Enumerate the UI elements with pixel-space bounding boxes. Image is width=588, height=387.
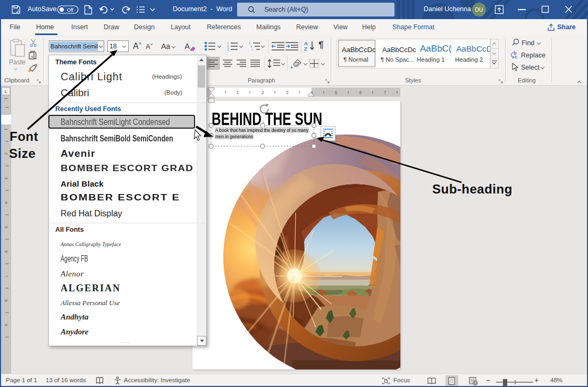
svg-text:2: 2 [262,90,264,95]
svg-text:5: 5 [335,90,338,95]
svg-text:6: 6 [359,90,362,95]
svg-text:4: 4 [4,201,9,204]
svg-text:1: 1 [4,97,9,100]
svg-text:6: 6 [4,250,9,253]
svg-text:c: c [515,54,517,59]
svg-text:7: 7 [384,90,387,95]
svg-text:5: 5 [4,226,9,229]
svg-text:3: 3 [4,177,9,180]
svg-text:1: 1 [4,128,9,131]
svg-text:7: 7 [4,275,9,277]
svg-text:Off: Off [67,7,73,13]
svg-text:i: i [252,48,253,51]
svg-text:1: 1 [237,90,239,95]
svg-text:3: 3 [227,48,229,51]
svg-text:9: 9 [4,324,9,326]
svg-text:3: 3 [286,90,289,95]
svg-text:8: 8 [4,299,9,302]
svg-text:2: 2 [4,153,9,155]
svg-text:Z: Z [304,46,307,52]
